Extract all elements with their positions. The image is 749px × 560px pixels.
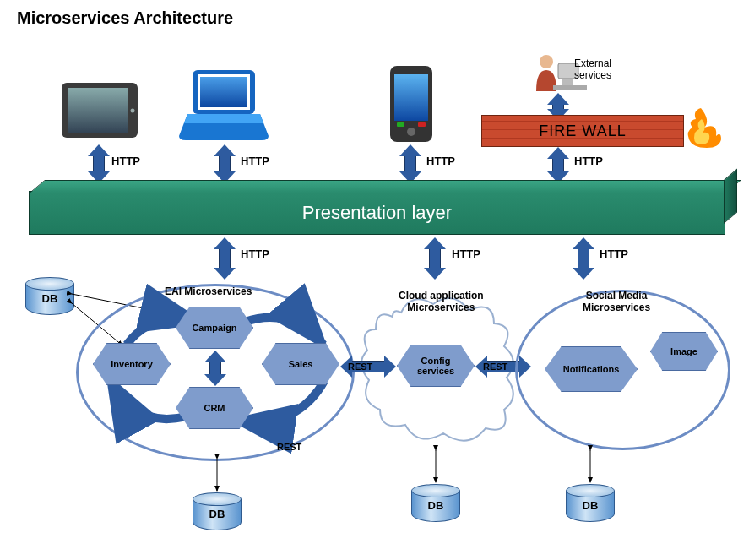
firewall-bar: FIRE WALL <box>481 115 684 147</box>
arrow-firewall-pres <box>547 147 569 183</box>
service-config: Config services <box>397 345 475 387</box>
svg-rect-5 <box>200 77 247 107</box>
arrow-laptop-pres <box>214 144 236 183</box>
service-campaign: Campaign <box>176 307 253 349</box>
rest-label-eai: REST <box>277 442 301 452</box>
social-group-label: Social Media Microservices <box>583 290 650 313</box>
arrow-pres-eai <box>214 237 236 280</box>
fire-icon <box>677 104 724 150</box>
presentation-layer-bar: Presentation layer <box>29 191 725 235</box>
db-eai: DB <box>193 492 242 530</box>
service-inventory: Inventory <box>93 343 171 385</box>
presentation-layer-label: Presentation layer <box>302 202 452 224</box>
diagram-title: Microservices Architecture <box>17 8 741 28</box>
svg-rect-1 <box>68 88 128 133</box>
http-label-4: HTTP <box>574 155 603 167</box>
arrow-phone-pres <box>399 144 421 183</box>
db-top-left: DB <box>25 277 74 315</box>
arrow-tablet-pres <box>88 144 110 183</box>
mobile-phone-icon <box>390 66 432 145</box>
http-label-1: HTTP <box>111 155 140 167</box>
http-label-7: HTTP <box>600 247 628 260</box>
http-label-6: HTTP <box>452 247 480 260</box>
svg-rect-7 <box>394 74 428 121</box>
http-label-2: HTTP <box>241 155 269 167</box>
service-crm: CRM <box>176 387 253 429</box>
svg-point-11 <box>540 55 553 68</box>
eai-group-label: EAI Microservices <box>165 285 252 297</box>
db-social: DB <box>566 484 615 522</box>
arrow-campaign-crm <box>204 351 226 386</box>
tablet-icon <box>62 83 138 141</box>
diagram-canvas: External services FIRE WALL HTTP HTTP HT… <box>8 36 741 560</box>
external-services-label: External services <box>574 57 611 81</box>
svg-rect-13 <box>553 85 587 90</box>
cloud-group-label: Cloud application Microservices <box>399 290 484 313</box>
rest-label-1: REST <box>348 362 372 372</box>
http-label-3: HTTP <box>426 155 455 167</box>
svg-rect-14 <box>562 79 573 85</box>
service-notifications: Notifications <box>545 346 638 392</box>
svg-rect-9 <box>397 122 404 127</box>
arrow-pres-social <box>573 237 594 280</box>
db-cloud: DB <box>411 484 460 522</box>
service-image: Image <box>650 332 718 371</box>
svg-rect-10 <box>418 122 426 127</box>
rest-label-2: REST <box>483 362 507 372</box>
svg-point-2 <box>131 109 135 113</box>
firewall-label: FIRE WALL <box>539 122 626 140</box>
svg-point-8 <box>407 128 415 136</box>
service-sales: Sales <box>262 343 339 385</box>
http-label-5: HTTP <box>241 247 269 260</box>
laptop-icon <box>177 70 270 145</box>
arrow-pres-cloud <box>424 237 446 280</box>
